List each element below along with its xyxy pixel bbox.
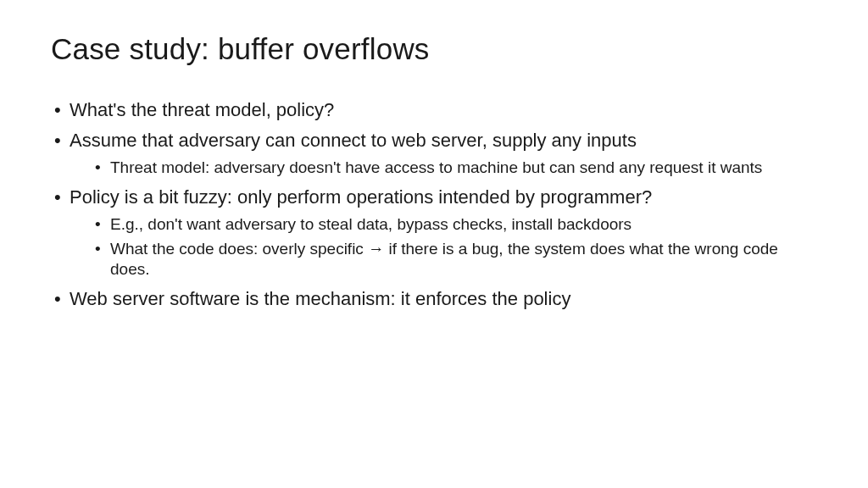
slide-title: Case study: buffer overflows bbox=[51, 32, 817, 66]
bullet-text: What's the threat model, policy? bbox=[70, 99, 334, 120]
bullet-text: E.g., don't want adversary to steal data… bbox=[110, 215, 632, 233]
sub-bullet-list: Threat model: adversary doesn't have acc… bbox=[70, 158, 817, 178]
list-item: Policy is a bit fuzzy: only perform oper… bbox=[51, 186, 817, 280]
list-item: What's the threat model, policy? bbox=[51, 98, 817, 122]
bullet-text: Policy is a bit fuzzy: only perform oper… bbox=[70, 186, 652, 208]
bullet-text: Threat model: adversary doesn't have acc… bbox=[110, 158, 762, 176]
list-item: Assume that adversary can connect to web… bbox=[51, 129, 817, 178]
bullet-text: Assume that adversary can connect to web… bbox=[70, 130, 637, 151]
list-item: E.g., don't want adversary to steal data… bbox=[93, 214, 817, 235]
sub-bullet-list: E.g., don't want adversary to steal data… bbox=[70, 214, 817, 280]
list-item: Threat model: adversary doesn't have acc… bbox=[93, 158, 817, 178]
list-item: Web server software is the mechanism: it… bbox=[51, 287, 817, 311]
list-item: What the code does: overly specific → if… bbox=[93, 239, 817, 280]
bullet-text: Web server software is the mechanism: it… bbox=[70, 288, 570, 309]
bullet-list: What's the threat model, policy? Assume … bbox=[51, 98, 817, 311]
bullet-text: What the code does: overly specific → if… bbox=[110, 240, 778, 278]
